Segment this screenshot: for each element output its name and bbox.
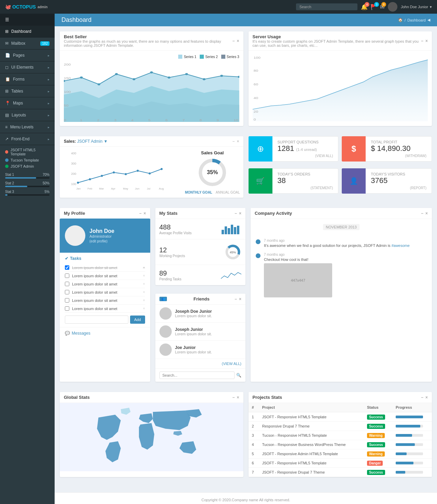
task-remove[interactable]: × — [143, 274, 145, 278]
user-dropdown[interactable]: John Doe Junior ▾ — [401, 5, 432, 9]
progress-bar — [396, 434, 423, 437]
sidebar-item-maps[interactable]: 📍 Maps ▸ — [0, 97, 55, 109]
minimize-icon[interactable]: − — [421, 211, 423, 216]
sidebar-item-dashboard[interactable]: ⊞ Dashboard — [0, 26, 55, 38]
profile-header: John Doe Administrator (edit profile) — [60, 219, 150, 253]
orders-label: Today's Orders — [278, 172, 333, 176]
svg-point-8 — [203, 78, 206, 80]
svg-text:100: 100 — [64, 90, 71, 94]
sidebar-item-layouts[interactable]: ▤ Layouts ▸ — [0, 109, 55, 121]
info-box-orders: 🛒 Today's Orders 38 (STATEMENT) — [249, 168, 339, 194]
minimize-icon[interactable]: − — [232, 139, 235, 144]
monthly-goal-btn[interactable]: MONTHLY GOAL — [185, 191, 212, 194]
task-remove[interactable]: × — [143, 298, 145, 302]
annual-goal-btn[interactable]: ANNUAL GOAL — [216, 191, 240, 194]
messages-label: Messages — [72, 331, 90, 336]
friend-text: Lorem ipsum dolor sit. — [175, 332, 212, 336]
close-icon[interactable]: × — [237, 39, 239, 43]
task-remove[interactable]: × — [143, 290, 145, 294]
table-header-row: # Project Status Progress — [249, 403, 432, 412]
friend-item: Joe Junior Lorem ipsum dolor sit. — [155, 341, 246, 359]
status-badge: Warning — [367, 451, 385, 457]
sidebar-item-menu[interactable]: ≡ Menu Levels ▸ — [0, 121, 55, 133]
close-icon[interactable]: × — [237, 139, 239, 144]
projects-table-body: 1 JSOFT - Responsive HTML5 Template Succ… — [249, 412, 432, 477]
cell-progress — [392, 449, 432, 459]
main-wrapper: ☰ ⊞ Dashboard ✉ Mailbox 182 📄 Pages ▸ ◻ … — [0, 14, 437, 504]
sidebar-item-frontend[interactable]: ↗ Front-End ▸ — [0, 133, 55, 145]
awesome-link[interactable]: #awesome — [392, 243, 410, 248]
close-icon[interactable]: × — [425, 211, 428, 216]
timeline: NOVEMBER 2013 7 months ago It's awesome … — [251, 219, 432, 308]
task-checkbox[interactable] — [65, 274, 69, 278]
close-icon[interactable]: × — [425, 395, 428, 400]
task-remove[interactable]: × — [143, 307, 145, 310]
sidebar-item-forms[interactable]: 📋 Forms ▸ — [0, 73, 55, 85]
stat-value: 70% — [43, 173, 50, 177]
task-checkbox[interactable] — [65, 265, 69, 270]
cell-num: 6 — [249, 459, 259, 468]
close-icon[interactable]: × — [425, 39, 428, 43]
sidebar-toggle[interactable]: ☰ — [0, 14, 55, 26]
friends-search-input[interactable] — [159, 372, 235, 379]
notification-bell[interactable]: 🔔4 — [361, 4, 368, 10]
maps-icon: 📍 — [5, 101, 10, 106]
messages-link[interactable]: 💬 Messages — [60, 327, 150, 339]
task-checkbox[interactable] — [65, 290, 69, 294]
minimize-icon[interactable]: − — [421, 395, 423, 400]
visitors-link[interactable]: (REPORT) — [371, 186, 426, 190]
task-input-field[interactable] — [65, 316, 128, 324]
view-all-link[interactable]: (VIEW ALL) — [155, 359, 246, 368]
world-map-svg — [63, 406, 240, 468]
minimize-icon[interactable]: − — [139, 211, 141, 216]
support-link[interactable]: (VIEW ALL) — [278, 154, 333, 158]
task-add-button[interactable]: Add — [130, 316, 145, 324]
task-checkbox[interactable] — [65, 306, 69, 311]
profile-edit-link[interactable]: (edit profile) — [89, 239, 114, 243]
timeline-dot — [256, 253, 260, 258]
cell-num: 5 — [249, 449, 259, 459]
close-icon[interactable]: × — [237, 395, 239, 400]
legend-tucson[interactable]: Tucson Template — [5, 157, 50, 163]
task-remove[interactable]: × — [143, 266, 145, 269]
orders-link[interactable]: (STATEMENT) — [278, 186, 333, 190]
legend-jsoft-admin[interactable]: JSOFT Admin — [5, 163, 50, 169]
search-input[interactable] — [296, 3, 357, 10]
widget-controls: − × — [139, 211, 146, 216]
svg-rect-58 — [234, 227, 236, 234]
table-row: 6 JSOFT - Responsive HTML5 Template Dang… — [249, 459, 432, 468]
task-checkbox[interactable] — [65, 298, 69, 303]
timeline-date-container: NOVEMBER 2013 — [256, 224, 427, 235]
close-icon[interactable]: × — [143, 211, 146, 216]
sidebar-item-mailbox[interactable]: ✉ Mailbox 182 — [0, 38, 55, 50]
notification-envelope[interactable]: ✉8 — [380, 4, 384, 10]
sales-dropdown[interactable]: JSOFT Admin ▼ — [77, 139, 108, 144]
sidebar-item-ui[interactable]: ◻ UI Elements ▸ — [0, 61, 55, 73]
minimize-icon[interactable]: − — [232, 39, 235, 43]
sidebar-menu: ⊞ Dashboard ✉ Mailbox 182 📄 Pages ▸ ◻ UI… — [0, 26, 55, 145]
minimize-icon[interactable]: − — [235, 211, 237, 216]
sidebar-item-tables[interactable]: ⊞ Tables ▸ — [0, 85, 55, 97]
cell-project: JSOFT - Responsive HTML5 Template — [259, 459, 364, 468]
minimize-icon[interactable]: − — [421, 39, 423, 43]
task-remove[interactable]: × — [143, 282, 145, 286]
task-checkbox[interactable] — [65, 282, 69, 286]
donut-percent: 35% — [207, 169, 218, 176]
profit-link[interactable]: (WITHDRAW) — [371, 154, 426, 158]
collapse-icon[interactable]: ◀ — [427, 18, 430, 22]
comment-icon: 💬 — [65, 331, 70, 336]
legend-jsoft-html5[interactable]: JSOFT HTML5 Template — [5, 147, 50, 157]
minimize-icon[interactable]: − — [235, 297, 237, 302]
series2-color — [200, 55, 204, 59]
minimize-icon[interactable]: − — [232, 395, 235, 400]
close-icon[interactable]: × — [239, 211, 241, 216]
notification-flag[interactable]: 🚩3 — [370, 4, 377, 10]
visitors-number: 3765 — [371, 176, 387, 185]
timeline-item: 7 months ago Checkout How cool is that! … — [256, 253, 427, 297]
close-icon[interactable]: × — [239, 297, 241, 302]
svg-point-5 — [150, 71, 153, 73]
legend-dot-blue — [5, 158, 9, 162]
svg-text:Jan: Jan — [76, 187, 81, 190]
search-icon[interactable]: 🔍 — [236, 373, 241, 378]
sidebar-item-pages[interactable]: 📄 Pages ▸ — [0, 50, 55, 61]
